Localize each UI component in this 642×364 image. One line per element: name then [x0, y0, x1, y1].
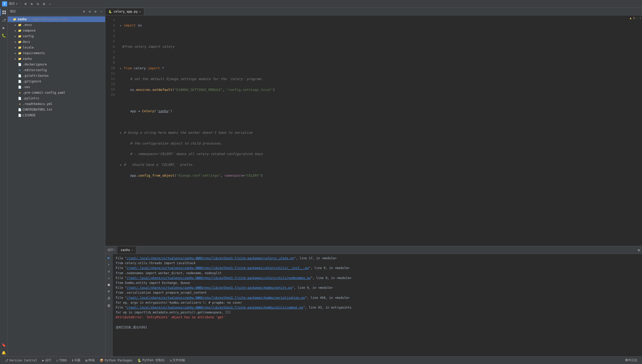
file-tree-title: 项目 [10, 9, 80, 14]
run-settings2-icon[interactable]: ≡ [106, 288, 112, 294]
terminal-link-1[interactable]: /root/.local/share/virtualenvs/zanhu-OW0… [127, 256, 294, 260]
terminal-link-6[interactable]: /root/.local/share/virtualenvs/zanhu-OW0… [127, 306, 303, 309]
ok-badge: ✓ 1 [636, 16, 641, 20]
file-tree-collapse-icon[interactable]: ≡ [88, 9, 92, 14]
tree-item-zanhu-folder[interactable]: ▶ 📁 zanhu [8, 56, 105, 62]
terminal-settings-icon[interactable]: ⚙ [638, 248, 640, 252]
tree-item-editorconfig[interactable]: ⚙ .editorconfig [8, 67, 105, 73]
run-clear-icon[interactable]: 🗑 [106, 303, 112, 308]
pylintrc-label: .pylintrc [23, 97, 39, 100]
tree-root-item[interactable]: ▾ 📁 zanhu D:\我的\软件\python\zanhu [8, 16, 105, 22]
version-control-label: Version Control [9, 359, 37, 362]
pylintrc-icon: 📄 [18, 96, 22, 100]
terminal-panel: 运行: zanhu ✕ ⚙ ▶ ↑ ↺ ↓ ■ ≡ 🖨 🗑 [105, 246, 642, 356]
bottom-problems[interactable]: ℹ 问题 [69, 357, 83, 364]
sidebar-notification-icon[interactable]: 🔔 [0, 349, 7, 356]
python-packages-icon: 📦 [100, 359, 104, 362]
tab-celery-app[interactable]: 🐍 celery_app.py ✕ [105, 8, 144, 15]
problems-icon: ℹ [72, 359, 73, 362]
terminal-line-8: from .serialization import prepare_accep… [116, 290, 639, 295]
nev-label: .nev [23, 85, 30, 89]
tree-item-pylintrc[interactable]: 📄 .pylintrc [8, 95, 105, 101]
sidebar-run-icon[interactable]: ▶ [0, 24, 7, 31]
root-path: D:\我的\软件\python\zanhu [28, 17, 69, 21]
run-stop-icon[interactable]: ■ [106, 282, 112, 287]
settings-icon[interactable]: ⚙ [42, 2, 46, 6]
envs-arrow-icon: ▶ [14, 23, 17, 26]
sidebar-git-icon[interactable]: ⎇ [0, 16, 7, 24]
bottom-file-transfer[interactable]: ⇅ 文件传输 [167, 357, 188, 364]
tree-item-gitignore[interactable]: 📄 .gitignore [8, 79, 105, 84]
code-editor[interactable]: ▶ import os #from celery import celery ▶… [117, 15, 642, 246]
run-print-icon[interactable]: 🖨 [106, 295, 112, 301]
precommit-icon: ⚙ [18, 91, 22, 95]
bottom-terminal[interactable]: ▤ 终端 [83, 357, 97, 364]
file-tree-browse-icon[interactable]: ⊕ [82, 9, 86, 14]
terminal-link-3[interactable]: /root/.local/share/virtualenvs/zanhu-OW0… [127, 276, 310, 280]
dockerignore-label: .dockerignore [23, 63, 47, 66]
minimize-icon[interactable]: — [48, 2, 52, 6]
todo-icon: ☑ [57, 359, 58, 362]
tree-item-dockerignore[interactable]: 📄 .dockerignore [8, 62, 105, 67]
terminal-line-6: from kombu.entity import Exchange, Queue [116, 281, 639, 285]
sidebar-debug-icon[interactable]: 🐛 [0, 32, 7, 39]
tree-item-contributors[interactable]: 📄 CONTRIBUTORS.txt [8, 107, 105, 112]
terminal-line-3: File "/root/.local/share/virtualenvs/zan… [116, 266, 639, 271]
tree-item-readthedocs[interactable]: ⚙ .readthedocs.yml [8, 101, 105, 107]
sidebar-project-icon[interactable] [0, 9, 7, 16]
sidebar-bookmark-icon[interactable]: 🔖 [0, 341, 7, 349]
requirements-folder-icon: 📁 [18, 51, 22, 55]
terminal-link-4[interactable]: /root/.local/share/virtualenvs/zanhu-OW0… [127, 286, 292, 290]
gitattributes-label: .gitattributes [23, 74, 49, 78]
terminal-line-1: File "/root/.local/share/virtualenvs/zan… [116, 256, 639, 261]
precommit-label: .pre-commit-config.yaml [23, 91, 65, 94]
run-play-icon[interactable]: ▶ [106, 255, 112, 261]
tree-item-docs[interactable]: ▶ 📁 docs [8, 39, 105, 45]
terminal-link-5[interactable]: /root/.local/share/virtualenvs/zanhu-OW0… [127, 296, 305, 300]
bottom-version-control[interactable]: ⎇ Version Control [2, 357, 40, 364]
run-scroll-down-icon[interactable]: ↓ [106, 275, 112, 281]
browse-icon[interactable]: ⊕ [23, 2, 28, 6]
root-folder-icon: 📁 [13, 17, 17, 21]
structure-icon[interactable]: ≡ [29, 2, 34, 6]
python-packages-label: Python Packages [105, 359, 132, 362]
editorconfig-label: .editorconfig [23, 68, 47, 72]
tree-item-nev[interactable]: 📄 .nev [8, 84, 105, 90]
tree-item-compose[interactable]: ▶ 📁 compose [8, 28, 105, 33]
bottom-python-packages[interactable]: 📦 Python Packages [97, 357, 135, 364]
docs-arrow-icon: ▶ [14, 40, 17, 43]
tree-item-requirements[interactable]: ▶ 📁 requirements [8, 50, 105, 56]
tree-item-envs[interactable]: ▶ 📁 .envs [8, 22, 105, 28]
bottom-python-console[interactable]: 🐍 Python 控制台 [135, 357, 167, 364]
tab-close-icon[interactable]: ✕ [139, 10, 141, 13]
zanhu-folder-icon: 📁 [18, 57, 22, 61]
file-tree-close-icon[interactable]: — [99, 9, 103, 14]
tree-item-config[interactable]: ▶ 📁 config [8, 33, 105, 39]
file-transfer-icon: ⇅ [170, 359, 172, 362]
bottom-todo[interactable]: ☑ TODO [54, 357, 69, 364]
file-tree-settings-icon[interactable]: ⚙ [93, 9, 97, 14]
tab-zanhu-run[interactable]: zanhu ✕ [117, 246, 136, 254]
tree-item-locale[interactable]: ▶ 📁 locale [8, 45, 105, 50]
run-rerun-icon[interactable]: ↺ [106, 268, 112, 274]
tree-item-precommit[interactable]: ⚙ .pre-commit-config.yaml [8, 90, 105, 95]
compose-arrow-icon: ▶ [14, 29, 17, 32]
bottom-event-log[interactable]: 事件日志 [622, 358, 640, 362]
run-tab-close-icon[interactable]: ✕ [131, 248, 133, 251]
bottom-run[interactable]: ▶ 运行 [40, 357, 54, 364]
terminal-line-4: from .nodenames import worker_direct, no… [116, 271, 639, 276]
terminal-left-icons: ▶ ↑ ↺ ↓ ■ ≡ 🖨 🗑 [105, 254, 113, 356]
file-tree-content: ▾ 📁 zanhu D:\我的\软件\python\zanhu ▶ 📁 .env… [8, 15, 105, 356]
terminal-link-2[interactable]: /root/.local/share/virtualenvs/zanhu-OW0… [127, 266, 309, 270]
svg-rect-3 [4, 13, 6, 14]
terminal-line-5: File "/root/.local/share/virtualenvs/zan… [116, 276, 639, 281]
run-scroll-up-icon[interactable]: ↑ [106, 262, 112, 267]
svg-rect-2 [2, 13, 4, 14]
project-dropdown-icon[interactable]: ▾ [16, 2, 18, 6]
tree-item-license[interactable]: 📄 LICENSE [8, 112, 105, 118]
tree-item-gitattributes[interactable]: 📄 .gitattributes [8, 73, 105, 79]
zanhu-folder-label: zanhu [23, 57, 32, 61]
line-numbers: 1 2 3 4 5 6 7 8 9 10 11 12 13 14 15 [105, 15, 117, 246]
diff-icon[interactable]: ≒ [35, 2, 40, 6]
requirements-label: requirements [23, 51, 45, 55]
